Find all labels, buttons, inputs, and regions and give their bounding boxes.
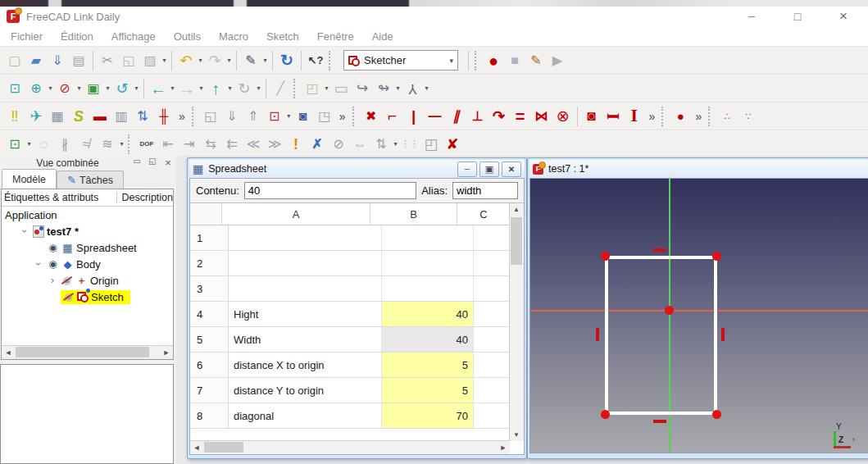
macro-edit-icon[interactable]: ✎ [525,50,547,71]
copy-icon[interactable]: ◱ [118,50,139,71]
dof-icon[interactable]: DOF [136,134,157,155]
measure-icon[interactable]: ╱ [270,78,291,99]
menu-macro[interactable]: Macro [210,30,257,43]
toolbar-drag-handle[interactable] [128,134,132,154]
constraint-point-on-object-icon[interactable]: ⌐ [382,106,403,127]
cut-icon[interactable]: ✂ [97,50,118,71]
constraint-block-icon[interactable]: ⊗ [552,106,574,127]
dropdown-arrow-icon[interactable]: ▾ [118,140,125,148]
open-file-icon[interactable]: ▰ [25,50,47,71]
cell-a2[interactable] [229,251,382,275]
constraint-toggle-2-icon[interactable]: ∵ [738,106,759,127]
switch-virtual-space-icon[interactable]: ⇅ [132,106,153,127]
cell-a1[interactable] [229,225,382,250]
dropdown-arrow-icon[interactable]: ▾ [255,84,262,92]
zoom-icon[interactable]: ⊕ [25,78,47,99]
fit-all-icon[interactable]: ⊡ [4,78,25,99]
toolbar-drag-handle[interactable] [661,107,666,126]
degree-dots-icon[interactable]: ⋮⋮ [399,134,420,155]
row-header[interactable]: 4 [190,302,229,326]
dropdown-arrow-icon[interactable]: ▾ [323,84,330,92]
column-header-b[interactable]: B [370,203,457,225]
section-view-icon[interactable]: ⊡ [264,106,285,127]
toggle-grid-snap-icon[interactable]: ╫ [153,106,175,127]
expander-icon[interactable]: › [19,225,30,237]
row-header[interactable]: 1 [190,225,229,250]
box-element-icon[interactable]: ◳ [314,106,335,127]
cell-b8[interactable]: 70 [382,403,474,428]
dropdown-arrow-icon[interactable]: ▾ [161,57,168,64]
constraint-vertical-distance-icon[interactable]: I [624,106,645,127]
tree-item-test7[interactable]: ›test7 * [2,223,173,239]
bspline-pole-icon[interactable]: ≉ [75,134,97,155]
rotate-view-icon[interactable]: ↻ [234,78,255,99]
content-input[interactable] [244,182,416,199]
dropdown-arrow-icon[interactable]: ▾ [423,84,430,92]
import-icon[interactable]: ⇓ [221,106,243,127]
constraint-vertical-icon[interactable]: | [403,106,425,127]
row-header[interactable]: 8 [190,403,229,428]
cell-a8[interactable]: diagonal [229,403,382,428]
scroll-up-icon[interactable]: ▲ [510,203,523,216]
dropdown-arrow-icon[interactable]: ▾ [225,57,233,64]
cell-c2[interactable] [474,251,510,275]
bspline-degree-icon[interactable]: ◌ [33,134,54,155]
constraint-perpendicular-icon[interactable]: ⊥ [467,106,489,127]
export-icon[interactable]: ⇑ [243,106,264,127]
tree-item-origin[interactable]: ›◉+Origin [2,272,173,289]
show-conflicting-icon[interactable]: ! [285,134,307,155]
constraint-lock-icon[interactable]: ◙ [581,106,602,127]
scrollbar-thumb[interactable] [204,442,243,453]
cell-b7[interactable]: 5 [382,378,474,403]
sketch-point[interactable] [712,252,721,261]
cell-c1[interactable] [474,225,510,250]
expander-icon[interactable]: › [47,275,58,286]
scrollbar-thumb[interactable] [511,217,522,265]
menu-affichage[interactable]: Affichage [102,30,165,43]
dropdown-arrow-icon[interactable]: ▾ [104,84,111,92]
menu-e-dition[interactable]: Édition [52,30,102,43]
minimize-icon[interactable] [457,161,477,177]
toolbar-overflow-chevron[interactable]: » [691,110,706,123]
ellipse-tools-icon[interactable]: ⊘ [328,134,349,155]
toolbar-drag-handle[interactable] [352,107,357,126]
select-conflicting-icon[interactable]: ≪ [243,134,264,155]
spreadsheet-horizontal-scrollbar[interactable]: ◄ ► [190,440,510,454]
3d-view-titlebar[interactable]: test7 : 1* [529,160,868,178]
column-header-description[interactable]: Description [117,192,173,203]
scroll-left-icon[interactable]: ◄ [190,441,203,453]
close-icon[interactable] [837,10,850,23]
constraint-coincident-icon[interactable]: ✖ [361,106,382,127]
constraint-symmetric-icon[interactable]: ⋈ [531,106,552,127]
dropdown-arrow-icon[interactable]: ▾ [392,140,399,148]
refresh-icon[interactable]: ↻ [276,50,298,71]
toolbar-overflow-chevron[interactable]: » [335,110,350,123]
cell-c8[interactable] [474,403,510,428]
isometric-view-icon[interactable]: ▣ [83,78,104,99]
tree-horizontal-scrollbar[interactable]: ◄ ► [2,345,173,359]
minimize-icon[interactable] [745,10,758,23]
column-header-labels[interactable]: Étiquettes & attributs [2,192,117,203]
cell-c4[interactable] [474,302,510,326]
select-elements-icon[interactable]: ⇥ [179,134,200,155]
maximize-icon[interactable] [791,10,804,23]
dropdown-arrow-icon[interactable]: ▾ [47,84,54,92]
cell-b6[interactable]: 5 [382,353,474,377]
scrollbar-thumb[interactable] [16,347,149,357]
sketch-rectangle[interactable] [605,256,717,415]
create-part-icon[interactable]: ◰ [302,78,323,99]
create-point-icon[interactable]: ● [670,106,691,127]
print-icon[interactable]: ▤ [68,50,89,71]
cell-b1[interactable] [382,225,474,250]
sketch-point[interactable] [712,410,721,419]
bspline-multiplicity-icon[interactable]: ≋ [97,134,118,155]
cell-a7[interactable]: distance Y to origin [229,378,382,403]
cell-b2[interactable] [382,251,474,275]
hide-internal-geometry-icon[interactable]: ✗ [307,134,328,155]
make-link-icon[interactable]: ↪ [352,78,373,99]
toolbar-overflow-chevron[interactable]: » [645,110,660,123]
macro-stop-icon[interactable]: ■ [504,50,525,71]
create-line-icon[interactable]: ▬ [89,106,111,127]
tab-taches[interactable]: Tâches [57,171,124,189]
column-header-a[interactable]: A [222,203,370,225]
